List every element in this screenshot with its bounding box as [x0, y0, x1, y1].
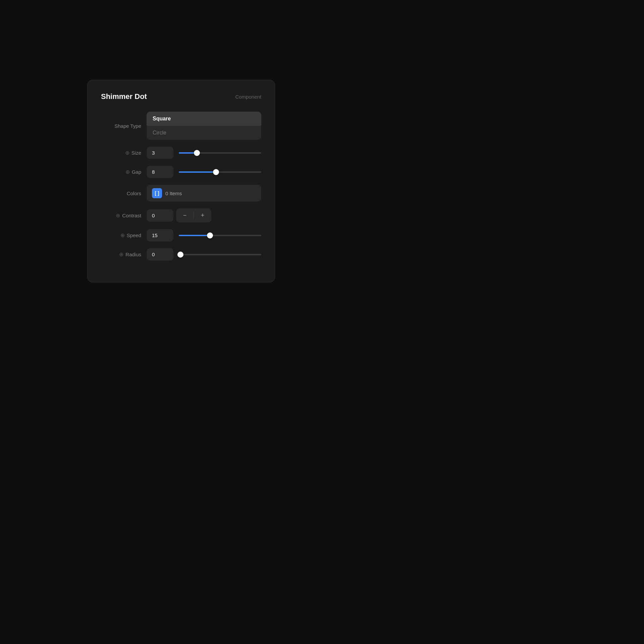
colors-items-label: 0 Items	[165, 191, 182, 196]
size-label-group: ⊕ Size	[101, 150, 141, 156]
contrast-row: ⊕ Contrast 0 − +	[101, 208, 261, 222]
speed-slider-fill	[179, 235, 210, 236]
size-slider[interactable]	[179, 152, 261, 154]
size-expand-icon[interactable]: ⊕	[125, 150, 129, 156]
radius-input[interactable]: 0	[147, 248, 173, 261]
shape-type-dropdown[interactable]: Square Circle	[147, 112, 261, 140]
colors-row: Colors [ ] 0 Items	[101, 185, 261, 202]
gap-expand-icon[interactable]: ⊕	[125, 169, 130, 175]
size-label: Size	[131, 150, 141, 156]
radius-slider[interactable]	[179, 254, 261, 255]
shape-type-row: Shape Type Square Circle	[101, 112, 261, 140]
gap-label: Gap	[132, 169, 141, 175]
dropdown-menu: Square Circle	[147, 112, 261, 140]
contrast-value[interactable]: 0	[147, 209, 173, 222]
speed-label-group: ⊕ Speed	[101, 232, 141, 238]
contrast-stepper-buttons: − +	[176, 208, 211, 222]
radius-slider-thumb[interactable]	[177, 252, 183, 258]
dropdown-item-circle[interactable]: Circle	[147, 126, 261, 140]
speed-slider-thumb[interactable]	[207, 232, 213, 238]
size-slider-thumb[interactable]	[194, 150, 200, 156]
colors-label: Colors	[101, 191, 141, 196]
gap-slider[interactable]	[179, 171, 261, 173]
speed-input[interactable]: 15	[147, 229, 173, 241]
contrast-stepper: 0 − +	[147, 208, 261, 222]
panel-header: Shimmer Dot Component	[101, 92, 261, 101]
speed-slider[interactable]	[179, 235, 261, 236]
shimmer-dot-panel: Shimmer Dot Component Shape Type Square …	[87, 80, 275, 282]
dropdown-item-square[interactable]: Square	[147, 112, 261, 126]
array-icon: [ ]	[152, 188, 162, 198]
radius-label: Radius	[125, 252, 141, 257]
contrast-label-group: ⊕ Contrast	[101, 212, 141, 219]
speed-expand-icon[interactable]: ⊕	[120, 232, 125, 238]
contrast-label: Contrast	[122, 213, 141, 218]
gap-input[interactable]: 8	[147, 166, 173, 178]
shape-type-label: Shape Type	[101, 123, 141, 129]
radius-expand-icon[interactable]: ⊕	[119, 251, 123, 258]
radius-row: ⊕ Radius 0	[101, 248, 261, 261]
size-row: ⊕ Size 3	[101, 147, 261, 159]
contrast-minus-button[interactable]: −	[176, 208, 194, 222]
radius-label-group: ⊕ Radius	[101, 251, 141, 258]
gap-row: ⊕ Gap 8	[101, 166, 261, 178]
size-input[interactable]: 3	[147, 147, 173, 159]
colors-control[interactable]: [ ] 0 Items	[147, 185, 261, 202]
panel-type: Component	[235, 94, 261, 100]
speed-row: ⊕ Speed 15	[101, 229, 261, 241]
gap-slider-thumb[interactable]	[213, 169, 219, 175]
gap-label-group: ⊕ Gap	[101, 169, 141, 175]
contrast-expand-icon[interactable]: ⊕	[116, 212, 120, 219]
contrast-plus-button[interactable]: +	[194, 208, 211, 222]
gap-slider-fill	[179, 171, 216, 173]
panel-title: Shimmer Dot	[101, 92, 147, 101]
speed-label: Speed	[127, 232, 141, 238]
